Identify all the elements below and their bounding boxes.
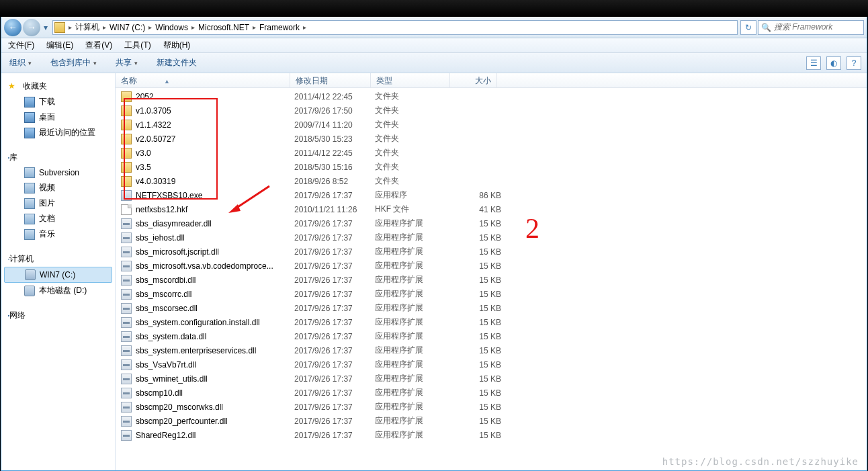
- file-date: 2017/9/26 17:37: [294, 247, 375, 257]
- toolbar-newfolder[interactable]: 新建文件夹: [157, 57, 197, 69]
- history-dropdown[interactable]: ▾: [42, 23, 50, 32]
- table-row[interactable]: sbs_VsaVb7rt.dll 2017/9/26 17:37 应用程序扩展 …: [116, 357, 867, 372]
- table-row[interactable]: sbs_system.configuration.install.dll 201…: [116, 315, 867, 329]
- breadcrumb-drive[interactable]: WIN7 (C:): [107, 23, 148, 32]
- file-type: 应用程序: [375, 189, 454, 201]
- forward-button[interactable]: →: [23, 19, 40, 36]
- file-size: 15 KB: [454, 304, 501, 313]
- table-row[interactable]: sbscmp20_mscorwks.dll 2017/9/26 17:37 应用…: [116, 400, 867, 414]
- table-row[interactable]: sbs_mscorrc.dll 2017/9/26 17:37 应用程序扩展 1…: [116, 287, 867, 301]
- column-name[interactable]: 名称▲: [116, 73, 290, 87]
- menu-bar: 文件(F) 编辑(E) 查看(V) 工具(T) 帮助(H): [1, 38, 867, 53]
- file-name: v1.0.3705: [136, 106, 294, 116]
- toolbar-share[interactable]: 共享▾: [116, 57, 138, 69]
- table-row[interactable]: SharedReg12.dll 2017/9/26 17:37 应用程序扩展 1…: [116, 428, 867, 442]
- table-row[interactable]: sbs_mscorsec.dll 2017/9/26 17:37 应用程序扩展 …: [116, 301, 867, 315]
- file-name: sbs_diasymreader.dll: [136, 219, 294, 228]
- breadcrumb-framework[interactable]: Framework: [257, 23, 302, 32]
- explorer-body: ★收藏夹 下载 桌面 最近访问的位置 库 Subversion 视频 图片 文档…: [1, 73, 867, 470]
- table-row[interactable]: NETFXSBS10.exe 2017/9/26 17:37 应用程序 86 K…: [116, 188, 867, 202]
- column-type[interactable]: 类型: [371, 73, 450, 87]
- chevron-right-icon[interactable]: ▸: [68, 24, 73, 31]
- file-name: SharedReg12.dll: [136, 431, 294, 440]
- chevron-right-icon[interactable]: ▸: [252, 24, 257, 31]
- table-row[interactable]: sbs_microsoft.vsa.vb.codedomproce... 201…: [116, 259, 867, 273]
- table-row[interactable]: v1.0.3705 2017/9/26 17:50 文件夹: [116, 103, 867, 118]
- sidebar-item-music[interactable]: 音乐: [1, 226, 115, 242]
- chevron-right-icon[interactable]: ▸: [302, 24, 307, 31]
- file-size: 15 KB: [454, 388, 501, 398]
- sidebar-network[interactable]: 网络: [1, 308, 115, 323]
- breadcrumb-computer[interactable]: 计算机: [73, 22, 102, 33]
- file-size: 15 KB: [454, 275, 501, 285]
- refresh-button[interactable]: ↻: [740, 20, 756, 35]
- file-size: 15 KB: [454, 346, 501, 355]
- search-input[interactable]: 🔍 搜索 Framework: [758, 20, 864, 35]
- view-mode-button[interactable]: ☰: [806, 56, 821, 70]
- sidebar-item-video[interactable]: 视频: [1, 180, 115, 196]
- folder-icon: [121, 120, 132, 130]
- file-type: 应用程序扩展: [375, 232, 454, 243]
- menu-view[interactable]: 查看(V): [81, 38, 116, 52]
- sidebar-libraries[interactable]: 库: [1, 150, 115, 165]
- menu-edit[interactable]: 编辑(E): [42, 38, 77, 52]
- sidebar-computer[interactable]: 计算机: [1, 251, 115, 267]
- table-row[interactable]: 2052 2011/4/12 22:45 文件夹: [116, 89, 867, 103]
- file-type: 应用程序扩展: [375, 387, 454, 398]
- dll-icon: [121, 289, 132, 300]
- help-button[interactable]: ?: [847, 56, 861, 70]
- sidebar-item-downloads[interactable]: 下载: [1, 94, 115, 110]
- table-row[interactable]: sbs_mscordbi.dll 2017/9/26 17:37 应用程序扩展 …: [116, 273, 867, 287]
- table-row[interactable]: sbs_wminet_utils.dll 2017/9/26 17:37 应用程…: [116, 372, 867, 386]
- drive-icon: [24, 286, 35, 296]
- toolbar-include[interactable]: 包含到库中▾: [50, 57, 97, 69]
- breadcrumb-windows[interactable]: Windows: [153, 23, 191, 32]
- table-row[interactable]: v1.1.4322 2009/7/14 11:20 文件夹: [116, 118, 867, 132]
- breadcrumb-msnet[interactable]: Microsoft.NET: [196, 23, 252, 32]
- chevron-right-icon[interactable]: ▸: [191, 24, 196, 31]
- sidebar-item-c-drive[interactable]: WIN7 (C:): [4, 267, 112, 283]
- table-row[interactable]: v3.0 2011/4/12 22:45 文件夹: [116, 146, 867, 160]
- menu-help[interactable]: 帮助(H): [159, 38, 195, 52]
- table-row[interactable]: v4.0.30319 2018/9/26 8:52 文件夹: [116, 174, 867, 188]
- table-row[interactable]: sbs_diasymreader.dll 2017/9/26 17:37 应用程…: [116, 216, 867, 230]
- menu-tools[interactable]: 工具(T): [120, 38, 155, 52]
- table-row[interactable]: sbs_microsoft.jscript.dll 2017/9/26 17:3…: [116, 245, 867, 259]
- dll-icon: [121, 247, 132, 257]
- menu-file[interactable]: 文件(F): [4, 38, 38, 52]
- desktop-icon: [24, 112, 35, 123]
- sidebar-item-recent[interactable]: 最近访问的位置: [1, 125, 115, 140]
- column-date[interactable]: 修改日期: [290, 73, 371, 87]
- column-size[interactable]: 大小: [450, 73, 497, 87]
- table-row[interactable]: sbs_iehost.dll 2017/9/26 17:37 应用程序扩展 15…: [116, 230, 867, 245]
- back-button[interactable]: ←: [4, 19, 21, 36]
- preview-pane-button[interactable]: ◐: [826, 56, 841, 70]
- dll-icon: [121, 232, 132, 243]
- sidebar-item-d-drive[interactable]: 本地磁盘 (D:): [1, 283, 115, 298]
- sidebar: ★收藏夹 下载 桌面 最近访问的位置 库 Subversion 视频 图片 文档…: [1, 73, 116, 470]
- toolbar-organize[interactable]: 组织▾: [9, 57, 32, 69]
- sidebar-item-pictures[interactable]: 图片: [1, 196, 115, 211]
- sidebar-item-subversion[interactable]: Subversion: [1, 165, 115, 180]
- sidebar-item-desktop[interactable]: 桌面: [1, 110, 115, 125]
- file-date: 2018/5/30 15:23: [294, 134, 375, 144]
- chevron-right-icon[interactable]: ▸: [148, 24, 153, 31]
- file-type: 文件夹: [375, 119, 454, 130]
- sidebar-item-documents[interactable]: 文档: [1, 211, 115, 226]
- table-row[interactable]: netfxsbs12.hkf 2010/11/21 11:26 HKF 文件 4…: [116, 202, 867, 216]
- star-icon: ★: [8, 81, 19, 92]
- table-row[interactable]: sbscmp10.dll 2017/9/26 17:37 应用程序扩展 15 K…: [116, 386, 867, 400]
- table-row[interactable]: sbscmp20_perfcounter.dll 2017/9/26 17:37…: [116, 414, 867, 428]
- table-row[interactable]: v2.0.50727 2018/5/30 15:23 文件夹: [116, 132, 867, 146]
- dll-icon: [121, 261, 132, 271]
- chevron-right-icon[interactable]: ▸: [102, 24, 107, 31]
- file-date: 2011/4/12 22:45: [294, 92, 375, 101]
- table-row[interactable]: sbs_system.data.dll 2017/9/26 17:37 应用程序…: [116, 329, 867, 343]
- address-bar[interactable]: ▸ 计算机 ▸ WIN7 (C:) ▸ Windows ▸ Microsoft.…: [52, 20, 738, 35]
- sidebar-favorites[interactable]: ★收藏夹: [1, 79, 115, 94]
- explorer-window: ← → ▾ ▸ 计算机 ▸ WIN7 (C:) ▸ Windows ▸ Micr…: [1, 17, 867, 471]
- file-date: 2017/9/26 17:37: [294, 374, 375, 384]
- table-row[interactable]: sbs_system.enterpriseservices.dll 2017/9…: [116, 343, 867, 357]
- table-row[interactable]: v3.5 2018/5/30 15:16 文件夹: [116, 160, 867, 174]
- file-type: 应用程序扩展: [375, 429, 454, 441]
